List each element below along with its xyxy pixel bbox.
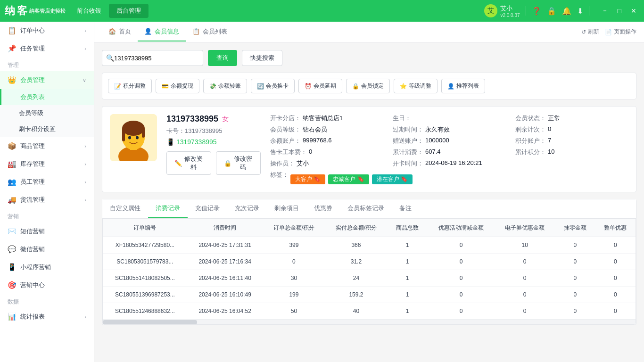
inventory-arrow: › — [84, 161, 86, 167]
maximize-btn[interactable]: □ — [615, 6, 624, 16]
sidebar-item-products[interactable]: 📦 商品管理 › — [0, 137, 94, 155]
cell-ecoupon: 0 — [495, 287, 555, 303]
th-ecoupon: 电子券优惠金额 — [495, 219, 555, 237]
user-info: 艾 艾小 v2.0.0.37 — [484, 4, 520, 18]
lock-icon[interactable]: 🔒 — [547, 7, 556, 16]
table-header-row: 订单编号 消费时间 订单总金额/积分 实付总金额/积分 商品总数 优惠活动满减金… — [103, 219, 636, 237]
cell-order-no: SC180551246888632... — [103, 303, 187, 320]
inventory-icon: 🏭 — [8, 160, 17, 168]
detail-expire: 过期时间： 永久有效 — [393, 125, 506, 134]
table-row[interactable]: SC18053051579783... 2024-06-25 17:16:34 … — [103, 254, 636, 270]
sidebar-label-staff: 员工管理 — [20, 178, 45, 186]
cell-discount: 0 — [428, 254, 495, 270]
detail-remaining-times: 剩余计次： 0 — [515, 125, 628, 134]
tab-member-info[interactable]: 👤 会员信息 — [138, 23, 186, 41]
action-btn-points[interactable]: 📝 积分调整 — [108, 79, 152, 93]
action-btn-lock[interactable]: 🔒 会员锁定 — [346, 79, 390, 93]
sidebar-item-staff[interactable]: 👥 员工管理 › — [0, 173, 94, 191]
lock-member-icon: 🔒 — [352, 83, 359, 90]
cell-discount: 0 — [428, 237, 495, 254]
cell-order-no: XF180553427729580... — [103, 237, 187, 254]
marketing-center-icon: 🎯 — [8, 281, 17, 289]
sub-tab-recharge[interactable]: 充值记录 — [188, 199, 227, 218]
svg-point-8 — [136, 136, 139, 140]
table-row[interactable]: XF180553427729580... 2024-06-25 17:31:31… — [103, 237, 636, 254]
horizontal-scrollbar[interactable] — [103, 320, 636, 324]
sidebar-subitem-card-points[interactable]: 刷卡积分设置 — [0, 121, 94, 137]
orders-arrow: › — [84, 28, 86, 33]
products-icon: 📦 — [8, 142, 17, 150]
change-pwd-btn[interactable]: 🔒 修改密码 — [216, 151, 261, 175]
sub-tab-custom[interactable]: 自定义属性 — [102, 199, 148, 218]
cell-whole: 0 — [595, 254, 636, 270]
tab-home[interactable]: 🏠 首页 — [102, 23, 138, 41]
minimize-btn[interactable]: － — [599, 6, 611, 16]
query-btn[interactable]: 查询 — [208, 50, 237, 66]
help-icon[interactable]: ❓ — [532, 7, 541, 16]
table-row[interactable]: SC180551246888632... 2024-06-25 16:04:52… — [103, 303, 636, 320]
cell-time: 2024-06-25 16:04:52 — [187, 303, 263, 320]
cell-ecoupon: 10 — [495, 237, 555, 254]
quick-search-btn[interactable]: 快捷搜索 — [242, 50, 282, 66]
sub-tab-coupons[interactable]: 优惠券 — [306, 199, 340, 218]
tag-vip[interactable]: 大客户 🔖 — [290, 174, 325, 184]
edit-profile-btn[interactable]: ✏️ 修改资料 — [166, 151, 211, 175]
main-content: 🏠 首页 👤 会员信息 📋 会员列表 ↺ 刷新 📄 页面操作 — [94, 22, 644, 362]
action-btn-swap-card[interactable]: 🔄 会员换卡 — [251, 79, 295, 93]
tab-member-list[interactable]: 📋 会员列表 — [186, 23, 234, 41]
cell-total: 399 — [263, 237, 325, 254]
page-ops-btn[interactable]: 📄 页面操作 — [605, 28, 636, 36]
sidebar-item-members[interactable]: 👑 会员管理 ∨ — [0, 71, 94, 89]
download-icon[interactable]: ⬇ — [577, 7, 583, 16]
member-info-tab-label: 会员信息 — [155, 27, 179, 36]
bell-icon[interactable]: 🔔 — [562, 7, 571, 16]
detail-level: 会员等级： 钻石会员 — [270, 125, 383, 134]
cell-total: 199 — [263, 287, 325, 303]
sidebar-subitem-member-list[interactable]: 会员列表 — [0, 89, 94, 105]
sub-tab-tag-records[interactable]: 会员标签记录 — [340, 199, 392, 218]
sidebar-item-tasks[interactable]: 📌 任务管理 › — [0, 40, 94, 58]
sidebar-item-orders[interactable]: 📋 订单中心 › — [0, 22, 94, 40]
sidebar-submenu-members: 会员列表 会员等级 刷卡积分设置 — [0, 89, 94, 137]
search-input[interactable] — [114, 50, 199, 66]
cell-round: 0 — [555, 303, 595, 320]
extend-icon: ⏰ — [305, 83, 312, 90]
refresh-btn[interactable]: ↺ 刷新 — [581, 28, 599, 36]
detail-status: 会员状态： 正常 — [515, 114, 628, 123]
action-btn-extend[interactable]: ⏰ 会员延期 — [298, 79, 342, 93]
sidebar-subitem-member-level[interactable]: 会员等级 — [0, 105, 94, 121]
close-btn[interactable]: ✕ — [628, 6, 639, 16]
cell-whole: 0 — [595, 237, 636, 254]
member-avatar-svg — [110, 114, 157, 161]
logistics-arrow: › — [84, 197, 86, 203]
member-card: 13197338995 女 卡号：13197338995 📱 131973389… — [102, 106, 636, 192]
back-office-btn[interactable]: 后台管理 — [109, 4, 149, 18]
sub-tab-consumption[interactable]: 消费记录 — [148, 199, 188, 218]
sub-tab-remaining[interactable]: 剩余项目 — [267, 199, 306, 218]
table-row[interactable]: SC180551396987253... 2024-06-25 16:10:49… — [103, 287, 636, 303]
sidebar-item-reports[interactable]: 📊 统计报表 › — [0, 308, 94, 326]
action-btn-level[interactable]: ⭐ 等级调整 — [394, 79, 438, 93]
action-btn-transfer[interactable]: 💸 余额转账 — [203, 79, 247, 93]
cell-count: 1 — [387, 303, 427, 320]
tag-loyal[interactable]: 忠诚客户 🔖 — [328, 174, 369, 184]
sub-tab-times[interactable]: 充次记录 — [227, 199, 267, 218]
cell-paid: 31.2 — [325, 254, 387, 270]
sidebar-item-miniapp[interactable]: 📱 小程序营销 — [0, 258, 94, 276]
action-btn-withdraw[interactable]: 💳 余额提现 — [156, 79, 199, 93]
sidebar-item-marketing-center[interactable]: 🎯 营销中心 — [0, 276, 94, 294]
consumption-section: 自定义属性 消费记录 充值记录 充次记录 剩余项目 优惠券 会员标签记录 备注 … — [102, 199, 636, 325]
sidebar-item-sms[interactable]: ✉️ 短信营销 — [0, 222, 94, 240]
sidebar-item-inventory[interactable]: 🏭 库存管理 › — [0, 155, 94, 173]
sidebar-item-wechat[interactable]: 💬 微信营销 — [0, 240, 94, 258]
sidebar-item-logistics[interactable]: 🚚 货流管理 › — [0, 191, 94, 209]
table-row[interactable]: SC180551418082505... 2024-06-25 16:11:40… — [103, 270, 636, 287]
front-desk-btn[interactable]: 前台收银 — [69, 4, 109, 18]
tasks-arrow: › — [84, 46, 86, 51]
scrollbar-thumb[interactable] — [103, 320, 197, 324]
sidebar-label-logistics: 货流管理 — [20, 196, 45, 204]
action-btn-referral[interactable]: 👤 推荐列表 — [441, 79, 485, 93]
tag-potential[interactable]: 潜在客户 🔖 — [372, 174, 413, 184]
member-tags: 大客户 🔖 忠诚客户 🔖 潜在客户 🔖 — [290, 174, 413, 184]
sub-tab-notes[interactable]: 备注 — [392, 199, 419, 218]
